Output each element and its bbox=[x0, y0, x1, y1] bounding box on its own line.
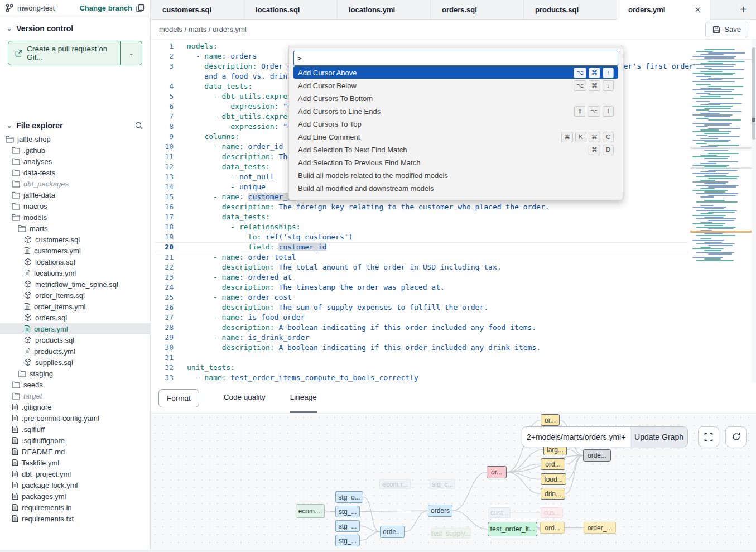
lineage-node-n1[interactable]: ecom.... bbox=[296, 504, 325, 518]
code-line[interactable]: 23 - name: ordered_at bbox=[151, 272, 694, 282]
tree-item-customers-sql[interactable]: customers.sql bbox=[0, 234, 150, 245]
tree-item-metricflow-time-spine-sql[interactable]: metricflow_time_spine.sql bbox=[0, 279, 150, 290]
tab-orders-yml[interactable]: orders.yml✕ bbox=[617, 0, 710, 20]
tree-item--sqlfluff[interactable]: .sqlfluff bbox=[0, 424, 150, 435]
palette-item-add-cursor-above[interactable]: Add Cursor Above⌥⌘↑ bbox=[293, 66, 618, 79]
code-line[interactable]: 16 description: The foreign key relating… bbox=[151, 202, 694, 212]
editor-scrollbar[interactable] bbox=[752, 40, 756, 383]
tab-orders-sql[interactable]: orders.sql bbox=[431, 0, 524, 19]
tree-item-requirements-in[interactable]: requirements.in bbox=[0, 502, 150, 513]
tree-item-package-lock-yml[interactable]: package-lock.yml bbox=[0, 479, 150, 491]
tree-item-marts[interactable]: marts bbox=[0, 223, 150, 234]
tree-item-requirements-txt[interactable]: requirements.txt bbox=[0, 513, 150, 524]
tab-locations-yml[interactable]: locations.yml bbox=[338, 0, 431, 19]
version-control-header[interactable]: ⌄ Version control bbox=[0, 16, 150, 37]
minimap[interactable] bbox=[690, 47, 752, 293]
tree-item-data-tests[interactable]: data-tests bbox=[0, 167, 150, 178]
tree-item-supplies-sql[interactable]: supplies.sql bbox=[0, 357, 150, 368]
save-button[interactable]: Save bbox=[705, 22, 748, 37]
palette-item-build-all-modified-and-downstream-models[interactable]: Build all modified and downstream models bbox=[293, 182, 618, 194]
code-line[interactable]: 19 to: ref('stg_customers') bbox=[151, 232, 694, 242]
tree-item-seeds[interactable]: seeds bbox=[0, 379, 150, 390]
palette-item-add-cursors-to-top[interactable]: Add Cursors To Top bbox=[293, 118, 618, 130]
lineage-node-n5[interactable]: stg_... bbox=[335, 535, 360, 546]
palette-item-add-line-comment[interactable]: Add Line Comment⌘K⌘C bbox=[293, 131, 618, 143]
tree-item-locations-yml[interactable]: locations.yml bbox=[0, 267, 150, 279]
tree-item-macros[interactable]: macros bbox=[0, 200, 150, 212]
lineage-node-gray1[interactable]: orde... bbox=[583, 449, 611, 462]
tree-item-models[interactable]: models bbox=[0, 212, 150, 223]
file-explorer-header[interactable]: ⌄ File explorer bbox=[0, 114, 150, 133]
tree-item-readme-md[interactable]: README.md bbox=[0, 446, 150, 457]
tree-item-packages-yml[interactable]: packages.yml bbox=[0, 491, 150, 502]
tree-item--github[interactable]: .github bbox=[0, 145, 150, 156]
code-line[interactable]: 33 - name: test_order_items_compute_to_b… bbox=[151, 373, 694, 383]
tree-item--sqlfluffignore[interactable]: .sqlfluffignore bbox=[0, 435, 150, 446]
change-branch-link[interactable]: Change branch bbox=[79, 4, 132, 12]
code-line[interactable]: 22 description: The total amount of the … bbox=[151, 262, 694, 272]
lineage-canvas[interactable]: ecom....stg_o...stg_...stg_...stg_...ord… bbox=[151, 413, 756, 550]
tab-customers-sql[interactable]: customers.sql bbox=[151, 0, 244, 19]
tree-item-dbt-project-yml[interactable]: dbt_project.yml bbox=[0, 468, 150, 479]
code-line[interactable]: 32unit_tests: bbox=[151, 363, 694, 373]
lineage-node-t1[interactable]: test_order_it... bbox=[488, 522, 537, 536]
search-icon[interactable] bbox=[134, 121, 143, 130]
tree-item-locations-sql[interactable]: locations.sql bbox=[0, 256, 150, 267]
lineage-filter-input[interactable] bbox=[522, 427, 630, 447]
lineage-node-y4[interactable]: drin... bbox=[541, 488, 565, 500]
lineage-node-n6[interactable]: orde... bbox=[380, 526, 405, 538]
code-line[interactable]: 31 bbox=[151, 353, 694, 363]
code-line[interactable]: 29 - name: is_drink_order bbox=[151, 333, 694, 343]
tree-item-dbt-packages[interactable]: dbt_packages bbox=[0, 178, 150, 189]
palette-item-add-cursors-to-bottom[interactable]: Add Cursors To Bottom bbox=[293, 92, 618, 104]
command-palette-input[interactable] bbox=[293, 51, 618, 66]
tree-item--pre-commit-config-yaml[interactable]: .pre-commit-config.yaml bbox=[0, 412, 150, 424]
code-line[interactable]: 30 description: A boolean indicating if … bbox=[151, 343, 694, 353]
tree-item-order-items-yml[interactable]: order_items.yml bbox=[0, 301, 150, 312]
pr-dropdown-toggle[interactable]: ⌄ bbox=[121, 41, 142, 65]
tree-item-orders-sql[interactable]: orders.sql bbox=[0, 312, 150, 323]
tree-item-taskfile-yml[interactable]: Taskfile.yml bbox=[0, 457, 150, 468]
lineage-node-y0[interactable]: or... bbox=[541, 414, 560, 426]
bottom-tab-lineage[interactable]: Lineage bbox=[290, 383, 317, 413]
tree-item-staging[interactable]: staging bbox=[0, 368, 150, 379]
palette-item-add-cursors-to-line-ends[interactable]: Add Cursors to Line Ends⇧⌥I bbox=[293, 105, 618, 117]
code-line[interactable]: 20 field: customer_id bbox=[151, 242, 694, 252]
lineage-node-n7[interactable]: orders bbox=[428, 505, 452, 517]
copy-icon[interactable] bbox=[136, 4, 145, 12]
tree-item-analyses[interactable]: analyses bbox=[0, 156, 150, 167]
tree-item-products-yml[interactable]: products.yml bbox=[0, 345, 150, 357]
palette-item-build-all-models-related-to-the-modified-models[interactable]: Build all models related to the modified… bbox=[293, 169, 618, 181]
tree-item-customers-yml[interactable]: customers.yml bbox=[0, 245, 150, 256]
tab-products-sql[interactable]: products.sql bbox=[524, 0, 617, 19]
tree-item-target[interactable]: target bbox=[0, 390, 150, 401]
tab-locations-sql[interactable]: locations.sql bbox=[244, 0, 338, 19]
palette-item-add-cursor-below[interactable]: Add Cursor Below⌥⌘↓ bbox=[293, 79, 618, 92]
tree-item-jaffle-data[interactable]: jaffle-data bbox=[0, 189, 150, 200]
tree-item-products-sql[interactable]: products.sql bbox=[0, 334, 150, 345]
code-line[interactable]: 28 description: A boolean indicating if … bbox=[151, 323, 694, 333]
code-line[interactable]: 18 - relationships: bbox=[151, 222, 694, 232]
tree-item-orders-yml[interactable]: orders.yml bbox=[0, 323, 150, 334]
tree-item-order-items-sql[interactable]: order_items.sql bbox=[0, 290, 150, 301]
palette-item-add-selection-to-previous-find-match[interactable]: Add Selection To Previous Find Match bbox=[293, 156, 618, 169]
bottom-tab-code-quality[interactable]: Code quality bbox=[224, 383, 266, 413]
lineage-node-y5[interactable]: ord... bbox=[540, 522, 565, 534]
code-line[interactable]: 21 - name: order_total bbox=[151, 252, 694, 262]
update-graph-button[interactable]: Update Graph bbox=[630, 427, 687, 447]
code-line[interactable]: 26 description: The sum of supply expens… bbox=[151, 303, 694, 313]
lineage-node-n3[interactable]: stg_... bbox=[335, 506, 360, 517]
lineage-node-y2[interactable]: ord... bbox=[541, 458, 565, 470]
code-line[interactable]: 25 - name: order_cost bbox=[151, 292, 694, 303]
code-line[interactable]: 17 data_tests: bbox=[151, 212, 694, 222]
code-line[interactable]: 24 description: The timestamp the order … bbox=[151, 282, 694, 292]
lineage-node-y6[interactable]: order_... bbox=[584, 522, 616, 534]
lineage-node-p1[interactable]: or... bbox=[487, 466, 507, 478]
lineage-node-n4[interactable]: stg_... bbox=[335, 520, 360, 532]
tree-item-jaffle-shop[interactable]: jaffle-shop bbox=[0, 133, 150, 145]
new-tab-button[interactable]: + bbox=[730, 0, 756, 19]
lineage-node-y3[interactable]: food... bbox=[541, 473, 566, 485]
tab-close-icon[interactable]: ✕ bbox=[692, 4, 703, 15]
refresh-button[interactable] bbox=[725, 426, 747, 447]
lineage-node-n2[interactable]: stg_o... bbox=[335, 491, 363, 503]
